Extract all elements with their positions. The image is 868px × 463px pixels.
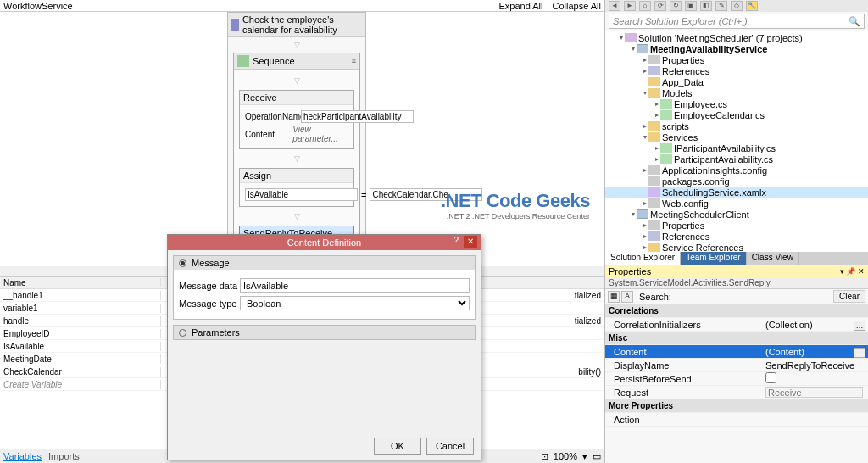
solution-explorer-tabs: Solution Explorer Team Explorer Class Vi… xyxy=(605,252,868,265)
solution-tree[interactable]: ▾Solution 'MeetingScheduler' (7 projects… xyxy=(605,31,868,252)
collapse-icon[interactable]: ≡ xyxy=(352,57,356,65)
tree-node-selected[interactable]: SchedulingService.xamlx xyxy=(605,187,868,198)
receive-activity[interactable]: Receive OperationName ContentView parame… xyxy=(239,90,354,149)
properties-icon[interactable]: ✎ xyxy=(715,1,727,11)
refresh-icon[interactable]: ↻ xyxy=(670,1,682,11)
ellipsis-button[interactable]: … xyxy=(854,348,865,358)
msg-type-select[interactable]: Boolean xyxy=(240,296,470,310)
tab-imports[interactable]: Imports xyxy=(48,451,80,461)
forward-icon[interactable]: ► xyxy=(624,1,636,11)
search-placeholder: Search Solution Explorer (Ctrl+;) xyxy=(613,16,748,26)
view-parameter-link[interactable]: View parameter... xyxy=(292,125,348,143)
var-col-name[interactable]: Name xyxy=(0,278,161,287)
zoom-dropdown-icon[interactable]: ▾ xyxy=(582,451,587,462)
watermark-title: .NET Code Geeks xyxy=(441,190,590,212)
properties-panel: Properties ▾ 📌 ✕ System.ServiceModel.Act… xyxy=(605,265,868,463)
ellipsis-button[interactable]: … xyxy=(854,321,865,331)
assign-to-input[interactable] xyxy=(245,188,358,201)
project-node[interactable]: ▾MeetingAvailabilityService xyxy=(605,43,868,54)
preview-icon[interactable]: ◇ xyxy=(731,1,743,11)
close-icon[interactable]: ✕ xyxy=(464,236,477,248)
home-icon[interactable]: ⌂ xyxy=(639,1,651,11)
msg-type-label: Message type xyxy=(179,298,240,309)
prop-row[interactable]: PersistBeforeSend xyxy=(605,372,868,386)
help-icon[interactable]: ? xyxy=(453,236,459,245)
prop-row[interactable]: RequestReceive xyxy=(605,386,868,399)
wrench-icon[interactable]: 🔧 xyxy=(746,1,758,11)
prop-category[interactable]: Correlations xyxy=(605,304,868,318)
tree-node[interactable]: ▸References xyxy=(605,65,868,76)
prop-category[interactable]: Misc xyxy=(605,332,868,345)
tree-node[interactable]: ▸ParticipantAvailability.cs xyxy=(605,153,868,165)
tree-node[interactable]: ▸scripts xyxy=(605,120,868,131)
collapse-all-icon[interactable]: ▣ xyxy=(685,1,697,11)
assign-activity[interactable]: Assign = xyxy=(239,168,354,207)
expand-all-link[interactable]: Expand All xyxy=(498,1,542,11)
solution-search[interactable]: Search Solution Explorer (Ctrl+;) 🔍 xyxy=(609,14,865,29)
show-all-icon[interactable]: ◧ xyxy=(700,1,712,11)
parameters-section: Parameters xyxy=(173,325,476,340)
workflow-designer[interactable]: Check the employee's calendar for availa… xyxy=(0,12,604,266)
receive-title: Receive xyxy=(243,92,277,103)
tree-node[interactable]: packages.config xyxy=(605,176,868,187)
tree-node[interactable]: ▸EmployeeCalendar.cs xyxy=(605,109,868,120)
tree-node[interactable]: ▾Models xyxy=(605,87,868,98)
tree-node[interactable]: ▸Web.config xyxy=(605,198,868,209)
cancel-button[interactable]: Cancel xyxy=(426,438,474,455)
tree-node[interactable]: App_Data xyxy=(605,76,868,87)
tree-node[interactable]: ▸ApplicationInsights.config xyxy=(605,165,868,176)
tree-node[interactable]: ▸Properties xyxy=(605,220,868,231)
tree-node[interactable]: ▸Service References xyxy=(605,242,868,252)
ok-button[interactable]: OK xyxy=(374,438,421,455)
prop-row[interactable]: CorrelationInitializers(Collection)… xyxy=(605,318,868,332)
msg-data-label: Message data xyxy=(179,281,240,291)
solution-node[interactable]: ▾Solution 'MeetingScheduler' (7 projects… xyxy=(605,32,868,43)
message-radio[interactable] xyxy=(179,259,186,267)
project-node[interactable]: ▾MeetingSchedulerClient xyxy=(605,209,868,220)
tree-node[interactable]: ▸Properties xyxy=(605,54,868,65)
tree-node[interactable]: ▾Services xyxy=(605,131,868,142)
overview-icon[interactable]: ▭ xyxy=(593,451,601,462)
clear-button[interactable]: Clear xyxy=(833,290,865,303)
activity-icon xyxy=(231,19,239,31)
persist-checkbox[interactable] xyxy=(765,372,776,383)
right-pane: ◄ ► ⌂ ⟳ ↻ ▣ ◧ ✎ ◇ 🔧 Search Solution Expl… xyxy=(604,0,868,463)
parameters-section-label: Parameters xyxy=(192,327,240,337)
back-icon[interactable]: ◄ xyxy=(609,1,620,11)
op-name-input[interactable] xyxy=(301,110,414,123)
parameters-radio[interactable] xyxy=(179,329,186,337)
tab-solution-explorer[interactable]: Solution Explorer xyxy=(605,252,681,265)
message-section-label: Message xyxy=(192,258,230,268)
zoom-value[interactable]: 100% xyxy=(554,451,577,461)
pin-icon[interactable]: ▾ 📌 ✕ xyxy=(840,267,865,276)
watermark-subtitle: .NET 2 .NET Developers Resource Center xyxy=(441,212,590,220)
categorized-icon[interactable]: ▦ xyxy=(608,291,620,303)
tree-node[interactable]: ▸IParticipantAvailability.cs xyxy=(605,142,868,153)
prop-category[interactable]: More Properties xyxy=(605,399,868,413)
collapse-all-link[interactable]: Collapse All xyxy=(553,1,601,11)
sync-icon[interactable]: ⟳ xyxy=(654,1,666,11)
alpha-icon[interactable]: A xyxy=(621,291,633,303)
msg-data-input[interactable] xyxy=(240,278,470,293)
prop-row[interactable]: Action xyxy=(605,413,868,427)
workflow-title: WorkflowService xyxy=(3,1,492,11)
dialog-title: Content Definition xyxy=(287,237,361,248)
assign-title: Assign xyxy=(243,170,271,181)
tab-variables[interactable]: Variables xyxy=(3,451,42,461)
tab-team-explorer[interactable]: Team Explorer xyxy=(681,252,746,265)
search-icon[interactable]: 🔍 xyxy=(849,16,860,27)
tree-node[interactable]: ▸Employee.cs xyxy=(605,98,868,109)
prop-row-selected[interactable]: Content(Content)… xyxy=(605,345,868,359)
sequence-icon xyxy=(237,55,249,67)
dialog-titlebar[interactable]: Content Definition ? ✕ xyxy=(168,235,481,250)
prop-row[interactable]: DisplayNameSendReplyToReceive xyxy=(605,359,868,372)
zoom-fit-icon[interactable]: ⊡ xyxy=(541,451,548,462)
watermark: .NET Code Geeks .NET 2 .NET Developers R… xyxy=(441,190,590,220)
drop-arrow: ▽ xyxy=(228,37,365,53)
tab-class-view[interactable]: Class View xyxy=(747,252,799,265)
content-definition-dialog: Content Definition ? ✕ Message Message d… xyxy=(167,234,481,460)
props-search-label: Search: xyxy=(639,292,671,302)
tree-node[interactable]: ▸References xyxy=(605,231,868,242)
op-name-label: OperationName xyxy=(245,112,298,121)
solution-explorer-toolbar: ◄ ► ⌂ ⟳ ↻ ▣ ◧ ✎ ◇ 🔧 xyxy=(605,0,868,12)
